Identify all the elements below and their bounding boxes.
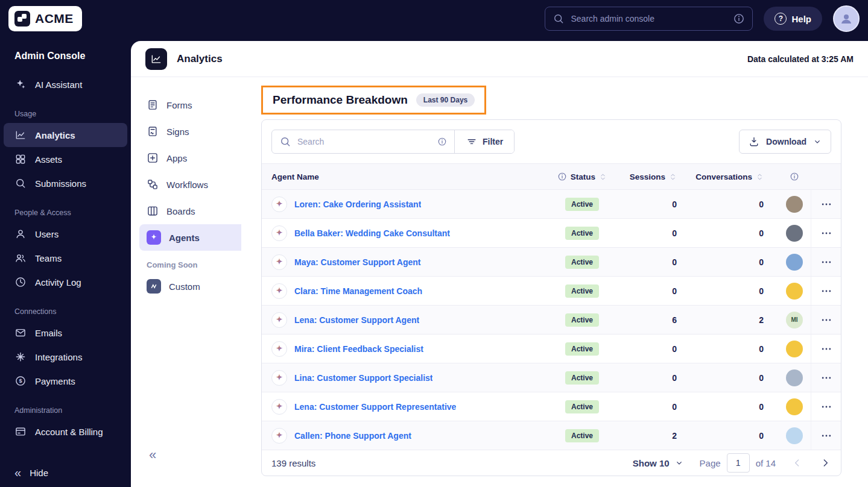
acme-logo[interactable]: ACME <box>8 6 82 31</box>
table-search-input[interactable] <box>297 137 431 146</box>
filter-button[interactable]: Filter <box>455 130 514 153</box>
sessions-value: 0 <box>618 286 688 296</box>
agent-name-link[interactable]: Lina: Customer Support Specialist <box>294 373 432 383</box>
agent-name-link[interactable]: Lena: Customer Support Agent <box>294 315 419 325</box>
chevron-down-icon <box>674 458 684 468</box>
prev-page-button[interactable] <box>791 457 803 469</box>
agent-star-icon <box>271 283 287 299</box>
sidebar-section-people-access: People & Access <box>0 204 131 222</box>
subnav-item-agents[interactable]: Agents <box>139 224 241 251</box>
row-actions-button[interactable] <box>817 253 836 272</box>
sidebar-item-submissions[interactable]: Submissions <box>4 171 127 195</box>
signs-icon <box>147 125 159 137</box>
row-actions-button[interactable] <box>817 426 836 445</box>
row-actions-button[interactable] <box>817 397 836 416</box>
subnav-item-custom[interactable]: Custom <box>139 273 241 300</box>
page-input[interactable] <box>727 453 750 473</box>
download-label: Download <box>766 137 806 146</box>
subnav-item-apps[interactable]: Apps <box>139 145 241 171</box>
subnav-item-boards[interactable]: Boards <box>139 198 241 224</box>
info-icon[interactable] <box>733 13 745 25</box>
page-title: Analytics <box>177 53 223 65</box>
download-button[interactable]: Download <box>739 130 831 154</box>
table-search[interactable] <box>272 130 454 153</box>
subnav-item-signs[interactable]: Signs <box>139 118 241 145</box>
global-search[interactable] <box>545 7 753 31</box>
ellipsis-icon <box>820 430 832 442</box>
help-button[interactable]: ? Help <box>764 7 822 31</box>
table-row: Loren: Cake Ordering Assistant Active 0 … <box>262 190 841 219</box>
sidebar-item-users[interactable]: Users <box>4 222 127 246</box>
agent-name-link[interactable]: Bella Baker: Wedding Cake Consultant <box>294 228 450 238</box>
sidebar-item-payments[interactable]: $ Payments <box>4 369 127 393</box>
subnav-item-forms[interactable]: Forms <box>139 92 241 118</box>
magnifier-icon <box>14 177 27 189</box>
ellipsis-icon <box>820 372 832 384</box>
row-actions-button[interactable] <box>817 339 836 359</box>
show-per-page-select[interactable]: Show 10 <box>633 458 684 468</box>
acme-logo-text: ACME <box>35 11 74 26</box>
agent-name-link[interactable]: Loren: Cake Ordering Assistant <box>294 200 421 209</box>
sidebar-hide-button[interactable]: « Hide <box>0 460 131 485</box>
sidebar-item-emails[interactable]: Emails <box>4 321 127 345</box>
sort-icon[interactable] <box>669 173 677 181</box>
avatar <box>786 427 803 444</box>
subnav-collapse-button[interactable]: « <box>149 448 156 462</box>
table-body: Loren: Cake Ordering Assistant Active 0 … <box>262 190 841 450</box>
agent-star-icon <box>271 341 287 357</box>
sidebar-section-connections: Connections <box>0 303 131 321</box>
sidebar-item-analytics[interactable]: Analytics <box>4 123 127 147</box>
info-icon[interactable] <box>790 172 799 181</box>
global-search-input[interactable] <box>571 14 727 24</box>
sort-icon[interactable] <box>756 173 764 181</box>
avatar <box>786 254 803 271</box>
analytics-header-icon <box>145 48 167 70</box>
row-actions-button[interactable] <box>817 310 836 330</box>
user-avatar[interactable] <box>833 5 860 32</box>
subnav-item-label: Forms <box>166 100 192 110</box>
download-icon <box>748 136 760 148</box>
search-icon <box>553 13 565 25</box>
sidebar-item-account-billing[interactable]: Account & Billing <box>4 419 127 444</box>
row-actions-button[interactable] <box>817 281 836 301</box>
avatar <box>786 283 803 300</box>
avatar <box>786 398 803 415</box>
table-toolbar: Filter Download <box>262 120 841 163</box>
agent-name-link[interactable]: Clara: Time Management Coach <box>294 286 422 296</box>
sidebar-item-integrations[interactable]: Integrations <box>4 345 127 369</box>
subnav-item-label: Custom <box>169 281 200 292</box>
info-icon[interactable] <box>557 172 567 181</box>
status-badge: Active <box>565 371 599 385</box>
ellipsis-icon <box>820 198 832 210</box>
sidebar-item-ai-assistant[interactable]: AI Assistant <box>4 72 127 96</box>
sidebar-item-teams[interactable]: Teams <box>4 246 127 270</box>
next-page-button[interactable] <box>819 457 831 469</box>
search-filter-group: Filter <box>271 130 515 154</box>
info-icon[interactable] <box>437 137 447 146</box>
sidebar-item-activity-log[interactable]: Activity Log <box>4 270 127 294</box>
row-actions-button[interactable] <box>817 195 836 214</box>
table-row: Bella Baker: Wedding Cake Consultant Act… <box>262 219 841 248</box>
avatar <box>786 341 803 357</box>
row-actions-button[interactable] <box>817 368 836 388</box>
conversations-header-label: Conversations <box>695 172 752 181</box>
sidebar-item-label: Analytics <box>35 130 75 140</box>
table-footer: 139 results Show 10 Page of 14 <box>262 450 841 476</box>
subnav-item-workflows[interactable]: Workflows <box>139 171 241 198</box>
conversations-value: 0 <box>688 402 778 412</box>
agent-star-icon <box>271 254 287 270</box>
sidebar-item-assets[interactable]: Assets <box>4 147 127 171</box>
agent-name-link[interactable]: Lena: Customer Support Representative <box>294 402 456 412</box>
row-actions-button[interactable] <box>817 224 836 243</box>
agent-name-link[interactable]: Callen: Phone Support Agent <box>294 431 411 441</box>
sessions-value: 2 <box>618 431 688 441</box>
ellipsis-icon <box>820 285 832 297</box>
agent-name-link[interactable]: Mira: Client Feedback Specialist <box>294 344 423 354</box>
conversations-value: 0 <box>688 431 778 441</box>
sidebar-item-label: AI Assistant <box>35 80 82 90</box>
sidebar-item-label: Users <box>35 229 59 239</box>
avatar <box>786 369 803 386</box>
sort-icon[interactable] <box>599 173 607 181</box>
agent-name-link[interactable]: Maya: Customer Support Agent <box>294 257 421 267</box>
page-group: Page of 14 <box>700 453 776 473</box>
